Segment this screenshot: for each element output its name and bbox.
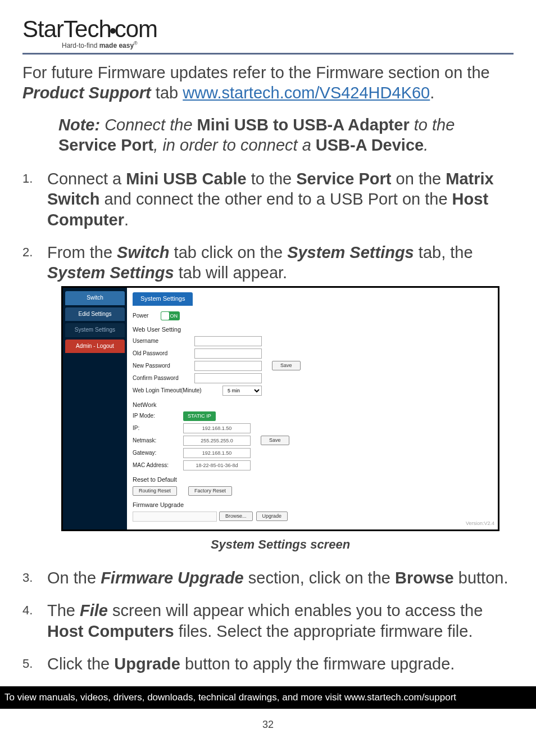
web-user-title: Web User Setting <box>133 326 492 334</box>
header-divider <box>22 53 514 55</box>
power-toggle[interactable]: ON <box>161 311 180 320</box>
product-support-link[interactable]: www.startech.com/VS424HD4K60 <box>183 84 430 102</box>
confirm-password-input[interactable] <box>194 373 262 383</box>
step-1: Connect a Mini USB Cable to the Service … <box>22 169 514 230</box>
ipmode-value[interactable]: STATIC IP <box>183 411 216 421</box>
new-password-input[interactable] <box>194 361 262 371</box>
netmask-label: Netmask: <box>133 437 183 445</box>
newpw-label: New Password <box>133 363 194 370</box>
step-2: From the Switch tab click on the System … <box>22 242 514 552</box>
note-t4: . <box>424 136 428 154</box>
tagline-reg: ® <box>134 40 138 46</box>
factory-reset-button[interactable]: Factory Reset <box>188 486 232 496</box>
note-t2: to the <box>410 116 455 134</box>
step-5: Click the Upgrade button to apply the fi… <box>22 654 514 674</box>
intro-paragraph: For future Firmware updates refer to the… <box>22 62 514 103</box>
reset-title: Reset to Default <box>133 476 492 484</box>
browse-button[interactable]: Browse... <box>219 511 253 521</box>
brand-logo-text: StarTechcom <box>22 16 514 43</box>
note-t1: Connect the <box>100 116 197 134</box>
version-label: Version:V2.4 <box>466 520 494 527</box>
support-footer: To view manuals, videos, drivers, downlo… <box>0 686 536 709</box>
routing-reset-button[interactable]: Routing Reset <box>133 486 177 496</box>
netmask-input[interactable] <box>183 436 251 446</box>
panel-title: System Settings <box>133 292 193 306</box>
note-b2: Service Port <box>58 136 153 154</box>
network-title: NetWork <box>133 401 492 409</box>
note-paragraph: Note: Connect the Mini USB to USB-A Adap… <box>58 115 514 156</box>
mac-input[interactable] <box>183 460 251 470</box>
screenshot-sidebar: Switch Edid Settings System Settings Adm… <box>63 288 127 529</box>
confpw-label: Confirm Password <box>133 375 194 382</box>
step-3: On the Firmware Upgrade section, click o… <box>22 568 514 588</box>
oldpw-label: Old Password <box>133 350 194 357</box>
tagline-bold: made easy <box>99 42 134 49</box>
old-password-input[interactable] <box>194 348 262 359</box>
mac-label: MAC Address: <box>133 462 183 469</box>
sidebar-tab-logout[interactable]: Admin - Logout <box>65 339 125 354</box>
ipmode-label: IP Mode: <box>133 413 183 420</box>
username-input[interactable] <box>194 336 262 346</box>
brand-tagline: Hard-to-find made easy® <box>62 40 514 49</box>
note-b1: Mini USB to USB-A Adapter <box>197 116 410 134</box>
system-settings-screenshot: Switch Edid Settings System Settings Adm… <box>61 286 499 531</box>
screenshot-main: System Settings Power ON Web User Settin… <box>127 288 498 529</box>
firmware-file-field <box>133 511 217 522</box>
ip-label: IP: <box>133 425 183 432</box>
username-label: Username <box>133 338 194 345</box>
sidebar-tab-system[interactable]: System Settings <box>65 323 125 337</box>
note-t3: , in order to connect a <box>153 136 316 154</box>
gateway-label: Gateway: <box>133 450 183 457</box>
step-4: The File screen will appear which enable… <box>22 600 514 641</box>
sidebar-tab-switch[interactable]: Switch <box>65 291 125 305</box>
intro-mid: tab <box>151 84 183 102</box>
gateway-input[interactable] <box>183 448 251 458</box>
tagline-prefix: Hard-to-find <box>62 42 99 49</box>
screenshot-caption: System Settings screen <box>47 537 514 553</box>
save-user-button[interactable]: Save <box>272 361 301 370</box>
power-label: Power <box>133 313 161 320</box>
save-network-button[interactable]: Save <box>261 436 289 445</box>
intro-pre: For future Firmware updates refer to the… <box>22 64 490 82</box>
timeout-select[interactable]: 5 min <box>222 386 262 396</box>
upgrade-button[interactable]: Upgrade <box>256 511 288 521</box>
intro-product-support: Product Support <box>22 84 151 102</box>
intro-tail: . <box>430 84 434 102</box>
brand-logo: StarTechcom Hard-to-find made easy® <box>22 16 514 49</box>
firmware-title: Firmware Upgrade <box>133 501 492 509</box>
timeout-label: Web Login Timeout(Minute) <box>133 387 222 395</box>
note-b3: USB-A Device <box>316 136 424 154</box>
page-number: 32 <box>0 709 536 745</box>
note-label: Note: <box>58 116 100 134</box>
ip-input[interactable] <box>183 423 251 433</box>
sidebar-tab-edid[interactable]: Edid Settings <box>65 307 125 322</box>
